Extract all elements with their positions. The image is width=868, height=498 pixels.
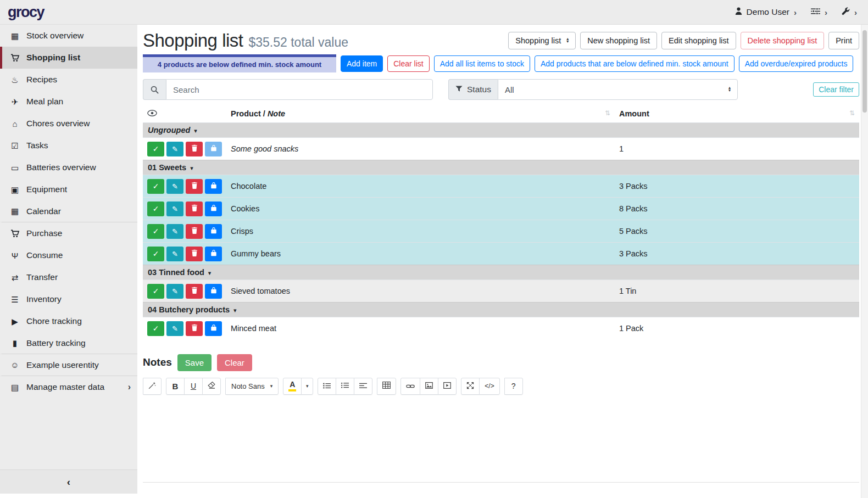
sidebar-item-purchase[interactable]: Purchase (0, 222, 137, 244)
clear-list-button[interactable]: Clear list (387, 55, 429, 72)
add-all-to-stock-button[interactable]: Add all list items to stock (434, 55, 530, 72)
save-notes-button[interactable]: Save (177, 354, 212, 371)
delete-item-button[interactable] (186, 247, 203, 261)
sidebar-item-meal-plan[interactable]: ✈Meal plan (0, 91, 137, 113)
bold-button[interactable]: B (166, 378, 185, 395)
add-to-stock-button[interactable] (205, 321, 222, 336)
help-button[interactable]: ? (504, 378, 523, 395)
sidebar-item-label: Equipment (26, 184, 67, 194)
chain-link-icon (406, 382, 415, 390)
add-below-min-button[interactable]: Add products that are below defined min.… (535, 55, 735, 72)
sidebar-item-stock-overview[interactable]: ▦Stock overview (0, 25, 137, 47)
mark-done-button[interactable]: ✓ (147, 224, 164, 239)
sidebar-item-inventory[interactable]: ☰Inventory (0, 288, 137, 310)
mark-done-button[interactable]: ✓ (147, 247, 164, 261)
sidebar-item-shopping-list[interactable]: Shopping list (0, 47, 137, 69)
sort-icon[interactable]: ⇅ (605, 109, 610, 117)
edit-item-button[interactable]: ✎ (166, 179, 183, 194)
edit-shopping-list-button[interactable]: Edit shopping list (661, 32, 736, 49)
add-to-stock-button[interactable] (205, 284, 222, 299)
group-header-row[interactable]: 03 Tinned food▾ (143, 265, 859, 280)
group-header-row[interactable]: 01 Sweets▾ (143, 160, 859, 175)
delete-item-button[interactable] (186, 142, 203, 156)
mark-done-button[interactable]: ✓ (147, 284, 164, 299)
add-to-stock-button[interactable] (205, 142, 222, 156)
sort-icon[interactable]: ⇅ (849, 109, 855, 117)
delete-item-button[interactable] (186, 284, 203, 299)
sidebar-item-consume[interactable]: ΨConsume (0, 244, 137, 266)
codeview-button[interactable]: </> (479, 378, 499, 395)
user-menu[interactable]: Demo User › (735, 7, 797, 17)
caret-down-icon: ▾ (194, 127, 197, 134)
paragraph-button[interactable] (354, 378, 372, 395)
admin-menu[interactable]: › (842, 7, 857, 18)
group-header-row[interactable]: 04 Butchery products▾ (143, 303, 859, 317)
sidebar-item-example-userentity[interactable]: ☺Example userentity (0, 354, 137, 376)
edit-item-button[interactable]: ✎ (166, 284, 183, 299)
settings-menu[interactable]: › (811, 7, 827, 17)
highlight-color-button[interactable]: A (283, 378, 302, 395)
add-overdue-button[interactable]: Add overdue/expired products (739, 55, 854, 72)
mark-done-button[interactable]: ✓ (147, 179, 164, 194)
ordered-list-button[interactable] (336, 378, 354, 395)
amount-column-header[interactable]: Amount ⇅ (615, 107, 859, 123)
delete-shopping-list-button[interactable]: Delete shopping list (741, 32, 825, 49)
sidebar-item-label: Chores overview (26, 119, 90, 128)
new-shopping-list-button[interactable]: New shopping list (580, 32, 657, 49)
mark-done-button[interactable]: ✓ (147, 202, 164, 216)
notes-editor-area[interactable] (143, 396, 859, 483)
min-stock-progress[interactable]: 4 products are below defined min. stock … (143, 54, 336, 72)
sidebar-item-equipment[interactable]: ▣Equipment (0, 178, 137, 200)
edit-item-button[interactable]: ✎ (166, 142, 183, 156)
add-item-button[interactable]: Add item (341, 55, 383, 72)
add-to-stock-button[interactable] (205, 202, 222, 216)
sidebar-item-chore-tracking[interactable]: ▶Chore tracking (0, 310, 137, 332)
sidebar-item-tasks[interactable]: ☑Tasks (0, 135, 137, 156)
shopping-list-select[interactable]: Shopping list ▴▾ (508, 32, 576, 49)
clear-filter-button[interactable]: Clear filter (813, 82, 859, 97)
edit-item-button[interactable]: ✎ (166, 224, 183, 239)
sidebar-collapse-button[interactable]: ‹ (0, 469, 137, 494)
add-to-stock-button[interactable] (205, 179, 222, 194)
sidebar-item-chores-overview[interactable]: ⌂Chores overview (0, 113, 137, 135)
style-button[interactable] (143, 378, 162, 395)
status-select[interactable]: All ▴▾ (498, 79, 738, 100)
sidebar-item-manage-master-data[interactable]: ▤Manage master data› (0, 376, 137, 398)
font-select[interactable]: Noto Sans ▾ (225, 378, 279, 395)
add-to-stock-button[interactable] (205, 224, 222, 239)
pencil-icon: ✎ (172, 227, 178, 236)
print-button[interactable]: Print (828, 32, 859, 49)
fullscreen-button[interactable] (461, 378, 480, 395)
scrollbar-thumb[interactable] (863, 30, 867, 113)
edit-item-button[interactable]: ✎ (166, 202, 183, 216)
sidebar-item-battery-tracking[interactable]: ▮Battery tracking (0, 332, 137, 354)
mark-done-button[interactable]: ✓ (147, 142, 164, 156)
delete-item-button[interactable] (186, 179, 203, 194)
highlight-color-caret[interactable]: ▾ (301, 378, 313, 395)
underline-button[interactable]: U (184, 378, 203, 395)
edit-item-button[interactable]: ✎ (166, 321, 183, 336)
app-logo[interactable]: grocy (0, 4, 137, 21)
search-input[interactable] (166, 79, 433, 100)
delete-item-button[interactable] (186, 224, 203, 239)
sidebar-item-transfer[interactable]: ⇄Transfer (0, 266, 137, 288)
video-button[interactable] (438, 378, 457, 395)
edit-item-button[interactable]: ✎ (166, 247, 183, 261)
product-note-column-header[interactable]: Product / Note ⇅ (226, 107, 615, 123)
unordered-list-button[interactable] (318, 378, 336, 395)
clear-formatting-button[interactable] (202, 378, 221, 395)
clear-notes-button[interactable]: Clear (217, 354, 252, 371)
delete-item-button[interactable] (186, 321, 203, 336)
mark-done-button[interactable]: ✓ (147, 321, 164, 336)
picture-button[interactable] (420, 378, 438, 395)
page-scrollbar[interactable] (861, 25, 868, 498)
add-to-stock-button[interactable] (205, 247, 222, 261)
group-header-row[interactable]: Ungrouped▾ (143, 123, 859, 138)
link-button[interactable] (400, 378, 420, 395)
sidebar-item-recipes[interactable]: ♨Recipes (0, 69, 137, 91)
table-button[interactable] (377, 378, 396, 395)
delete-item-button[interactable] (186, 202, 203, 216)
visibility-column-header[interactable] (143, 107, 226, 123)
sidebar-item-batteries-overview[interactable]: ▭Batteries overview (0, 156, 137, 178)
sidebar-item-calendar[interactable]: ▦Calendar (0, 200, 137, 222)
